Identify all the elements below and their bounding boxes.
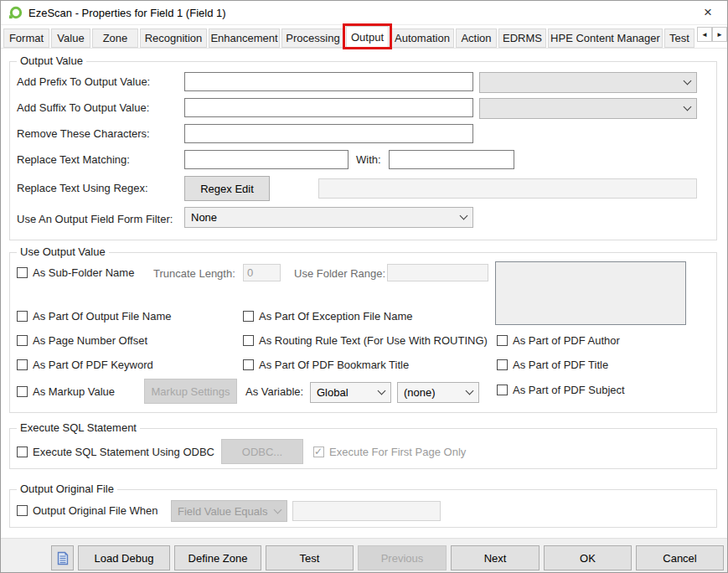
- checkbox-as-part-of-output-file-name[interactable]: As Part Of Output File Name: [17, 310, 171, 323]
- group-title: Execute SQL Statement: [17, 421, 140, 434]
- checkbox-as-part-of-pdf-keyword[interactable]: As Part Of PDF Keyword: [17, 359, 153, 371]
- replace-with-input[interactable]: [389, 150, 514, 169]
- truncate-length-field: 0: [243, 264, 281, 281]
- test-button[interactable]: Test: [266, 545, 354, 570]
- tab-edrms[interactable]: EDRMS: [498, 28, 546, 48]
- group-title: Use Output Value: [17, 245, 109, 258]
- tab-test[interactable]: Test: [664, 28, 694, 48]
- chevron-down-icon: [466, 387, 474, 395]
- tab-hpe-content-manager[interactable]: HPE Content Manager: [548, 28, 663, 48]
- tab-zone[interactable]: Zone: [92, 28, 138, 48]
- window-title: EzeScan - Properties for Field 1 (Field …: [28, 7, 226, 19]
- tab-enhancement[interactable]: Enhancement: [209, 28, 280, 48]
- checkbox-as-page-number-offset[interactable]: As Page Number Offset: [17, 334, 147, 347]
- checkbox-box: [17, 311, 28, 322]
- checkbox-box: [243, 311, 254, 322]
- condition-combo: Field Value Equals: [171, 500, 287, 522]
- document-icon: [57, 551, 69, 565]
- cancel-button[interactable]: Cancel: [636, 545, 724, 570]
- form-filter-label: Use An Output Field Form Filter:: [17, 213, 173, 225]
- suffix-combo[interactable]: [479, 98, 697, 119]
- checkbox-as-sub-folder-name[interactable]: As Sub-Folder Name: [17, 266, 134, 279]
- chevron-down-icon: [684, 77, 692, 85]
- tab-automation[interactable]: Automation: [390, 28, 454, 48]
- replace-matching-label: Replace Text Matching:: [17, 153, 130, 166]
- variable-scope-combo[interactable]: Global: [310, 382, 391, 403]
- regex-value-field: [318, 178, 697, 199]
- add-suffix-label: Add Suffix To Output Value:: [17, 101, 149, 114]
- tab-value[interactable]: Value: [51, 28, 90, 48]
- condition-combo-value: Field Value Equals: [178, 505, 267, 518]
- checkbox-label: As Part Of Output File Name: [33, 310, 171, 323]
- checkbox-box: [17, 505, 28, 516]
- checkbox-execute-sql-using-odbc[interactable]: Execute SQL Statement Using ODBC: [17, 446, 214, 458]
- variable-name-combo[interactable]: (none): [397, 382, 479, 403]
- checkbox-label: Output Original File When: [33, 504, 158, 517]
- checkbox-as-part-of-pdf-author[interactable]: As Part of PDF Author: [497, 334, 620, 347]
- checkbox-label: Execute For First Page Only: [329, 446, 466, 458]
- checkbox-label: As Part of PDF Subject: [513, 384, 625, 396]
- add-suffix-input[interactable]: [184, 98, 473, 117]
- define-zone-button[interactable]: Define Zone: [174, 545, 261, 570]
- tab-output[interactable]: Output: [346, 26, 389, 48]
- checkbox-label: As Part of PDF Author: [513, 334, 620, 347]
- properties-dialog: EzeScan - Properties for Field 1 (Field …: [0, 0, 728, 573]
- tab-action[interactable]: Action: [456, 28, 497, 48]
- regex-label: Replace Text Using Regex:: [17, 182, 148, 194]
- tab-processing[interactable]: Processing: [281, 28, 344, 48]
- regex-edit-button[interactable]: Regex Edit: [184, 176, 270, 201]
- group-output-original-file: Output Original File Output Original Fil…: [9, 489, 717, 528]
- tab-format[interactable]: Format: [3, 28, 49, 48]
- tab-scroll-right-icon[interactable]: ►: [712, 27, 727, 42]
- tab-recognition[interactable]: Recognition: [140, 28, 207, 48]
- group-execute-sql: Execute SQL Statement Execute SQL Statem…: [9, 428, 717, 469]
- add-prefix-input[interactable]: [184, 72, 473, 91]
- checkbox-box: [17, 359, 28, 370]
- chevron-down-icon: [378, 387, 386, 395]
- with-label: With:: [356, 153, 381, 166]
- checkbox-box: [17, 447, 28, 457]
- next-button[interactable]: Next: [451, 545, 540, 570]
- variable-scope-value: Global: [317, 386, 349, 399]
- tab-page-divider: [1, 48, 727, 49]
- previous-button: Previous: [358, 545, 447, 570]
- checkbox-as-markup-value[interactable]: As Markup Value: [17, 385, 115, 398]
- chevron-down-icon: [274, 505, 282, 514]
- condition-text-field: [292, 501, 441, 521]
- checkbox-as-part-of-pdf-subject[interactable]: As Part of PDF Subject: [497, 384, 625, 396]
- checkbox-label: As Routing Rule Text (For Use With ROUTI…: [259, 334, 488, 347]
- checkbox-box: [497, 385, 508, 395]
- form-filter-combo[interactable]: None: [184, 207, 473, 228]
- load-debug-button[interactable]: Load Debug: [78, 545, 170, 570]
- chevron-down-icon: [460, 212, 468, 220]
- replace-matching-input[interactable]: [184, 150, 349, 169]
- prefix-combo[interactable]: [479, 72, 697, 93]
- footer-button-bar: Load Debug Define Zone Test Previous Nex…: [1, 538, 727, 573]
- remove-chars-input[interactable]: [184, 124, 473, 143]
- checkbox-box: [497, 335, 508, 346]
- checkbox-as-part-of-exception-file-name[interactable]: As Part Of Exception File Name: [243, 310, 413, 323]
- checkbox-label: As Part Of PDF Keyword: [33, 359, 153, 371]
- checkbox-label: As Markup Value: [33, 385, 115, 398]
- debug-report-icon-button[interactable]: [51, 545, 74, 570]
- as-variable-label: As Variable:: [245, 385, 303, 398]
- checkbox-box: [17, 267, 28, 278]
- checkbox-label: As Part of PDF Title: [513, 359, 608, 371]
- add-prefix-label: Add Prefix To Output Value:: [17, 75, 150, 88]
- close-icon[interactable]: ×: [694, 3, 722, 23]
- remove-chars-label: Remove These Characters:: [17, 127, 150, 140]
- tab-bar: Format Value Zone Recognition Enhancemen…: [1, 26, 727, 48]
- checkbox-as-part-of-pdf-title[interactable]: As Part of PDF Title: [497, 359, 608, 371]
- checkbox-as-routing-rule-text[interactable]: As Routing Rule Text (For Use With ROUTI…: [243, 334, 488, 347]
- checkbox-output-original-file-when[interactable]: Output Original File When: [17, 504, 158, 517]
- markup-settings-button: Markup Settings: [144, 379, 237, 404]
- group-title: Output Value: [17, 54, 86, 67]
- checkbox-label: As Part Of PDF Bookmark Title: [259, 359, 409, 371]
- variable-name-value: (none): [404, 386, 436, 399]
- checkbox-box: [17, 386, 28, 397]
- folder-range-field: [387, 264, 488, 281]
- ezescan-logo-icon: [8, 6, 23, 20]
- checkbox-as-part-of-pdf-bookmark-title[interactable]: As Part Of PDF Bookmark Title: [243, 359, 409, 371]
- ok-button[interactable]: OK: [544, 545, 632, 570]
- tab-scroll-left-icon[interactable]: ◄: [697, 27, 712, 42]
